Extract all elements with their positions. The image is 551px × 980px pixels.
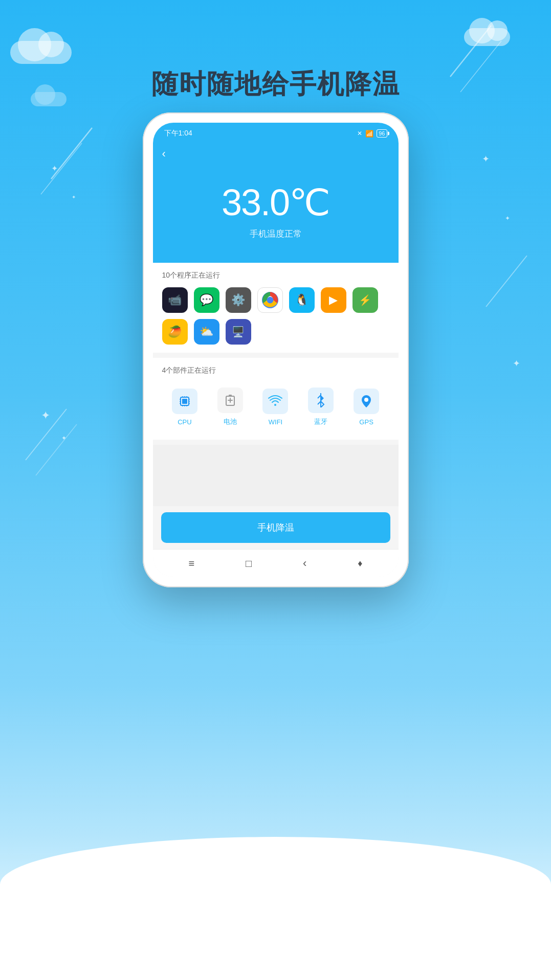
battery-comp-icon — [217, 388, 243, 413]
running-apps-label: 10个程序正在运行 — [162, 271, 389, 280]
sparkle-7: ✦ — [513, 358, 520, 369]
app-icon-settings[interactable]: ⚙️ — [226, 287, 251, 313]
svg-rect-27 — [230, 398, 231, 403]
cool-down-button[interactable]: 手机降温 — [161, 512, 390, 543]
component-battery[interactable]: 电池 — [217, 388, 243, 426]
app-icon-remote[interactable]: 🖥️ — [226, 319, 251, 345]
running-components-block: 4个部件正在运行 — [153, 358, 399, 440]
cpu-icon — [172, 389, 197, 414]
gps-label: GPS — [359, 418, 373, 426]
battery-label: 电池 — [224, 417, 237, 426]
app-icon-camera[interactable]: 📹 — [162, 287, 188, 313]
status-bar: 下午1:04 ✕ 📶 96 — [153, 123, 399, 142]
wifi-label: WIFI — [269, 418, 282, 426]
menu-nav-icon[interactable]: ≡ — [188, 558, 194, 569]
gps-icon — [354, 389, 379, 414]
bluetooth-icon — [308, 388, 334, 413]
back-button[interactable]: ‹ — [162, 147, 389, 161]
back-bar: ‹ — [153, 142, 399, 166]
cloud-2 — [464, 28, 510, 46]
app-icon-wechat[interactable]: 💬 — [194, 287, 219, 313]
svg-line-1 — [41, 143, 82, 194]
svg-line-6 — [486, 256, 527, 307]
wifi-comp-icon — [262, 389, 288, 414]
sparkle-4: ✦ — [505, 215, 510, 222]
phone-device: 下午1:04 ✕ 📶 96 ‹ 33.0℃ 手机温度正常 — [143, 112, 409, 587]
bluetooth-label: 蓝牙 — [314, 417, 327, 426]
component-wifi[interactable]: WIFI — [262, 389, 288, 426]
temperature-section: 33.0℃ 手机温度正常 — [153, 166, 399, 263]
svg-line-4 — [26, 409, 67, 460]
navigation-bar: ≡ □ ‹ ♦ — [153, 549, 399, 577]
wifi-status-icon: 📶 — [365, 130, 373, 138]
temperature-status: 手机温度正常 — [163, 228, 388, 240]
svg-line-5 — [36, 424, 77, 475]
app-icon-qq[interactable]: 🐧 — [289, 287, 315, 313]
cpu-label: CPU — [178, 418, 191, 426]
running-components-label: 4个部件正在运行 — [162, 366, 389, 375]
svg-rect-11 — [182, 399, 187, 404]
svg-point-28 — [274, 404, 276, 406]
phone-screen: 下午1:04 ✕ 📶 96 ‹ 33.0℃ 手机温度正常 — [153, 123, 399, 577]
app-icon-chromium[interactable] — [257, 287, 283, 313]
app-icon-mango[interactable]: 🥭 — [162, 319, 188, 345]
sparkle-3: ✦ — [482, 153, 490, 165]
component-gps[interactable]: GPS — [354, 389, 379, 426]
svg-point-9 — [267, 297, 273, 304]
snow-hill — [0, 837, 551, 980]
component-bluetooth[interactable]: 蓝牙 — [308, 388, 334, 426]
components-row: CPU 电池 — [162, 382, 389, 431]
phone-wrapper: 下午1:04 ✕ 📶 96 ‹ 33.0℃ 手机温度正常 — [143, 112, 409, 587]
app-icons-row: 📹 💬 ⚙️ — [162, 287, 389, 345]
app-icon-weather[interactable]: ⛅ — [194, 319, 219, 345]
running-apps-block: 10个程序正在运行 📹 💬 ⚙️ — [153, 263, 399, 353]
status-time: 下午1:04 — [164, 129, 192, 138]
sparkle-6: ✦ — [61, 435, 67, 442]
empty-area — [153, 445, 399, 506]
sim-icon: ✕ — [357, 130, 362, 137]
page-title: 随时随地给手机降温 — [0, 66, 551, 102]
cloud-1 — [10, 41, 72, 64]
back-nav-icon[interactable]: ‹ — [303, 557, 306, 570]
app-icon-antivirus[interactable]: ⚡ — [352, 287, 378, 313]
sparkle-2: ✦ — [72, 194, 76, 200]
svg-point-30 — [364, 398, 368, 402]
sparkle-1: ✦ — [51, 164, 58, 173]
accessibility-nav-icon[interactable]: ♦ — [358, 558, 362, 569]
temperature-value: 33.0℃ — [163, 181, 388, 224]
sparkle-5: ✦ — [41, 409, 50, 422]
svg-rect-25 — [229, 395, 232, 396]
home-nav-icon[interactable]: □ — [246, 558, 252, 569]
status-icons: ✕ 📶 96 — [357, 129, 387, 138]
battery-icon: 96 — [377, 129, 387, 138]
content-section: 10个程序正在运行 📹 💬 ⚙️ — [153, 263, 399, 577]
app-icon-music[interactable]: ▶ — [321, 287, 346, 313]
component-cpu[interactable]: CPU — [172, 389, 197, 426]
svg-line-0 — [51, 128, 92, 179]
